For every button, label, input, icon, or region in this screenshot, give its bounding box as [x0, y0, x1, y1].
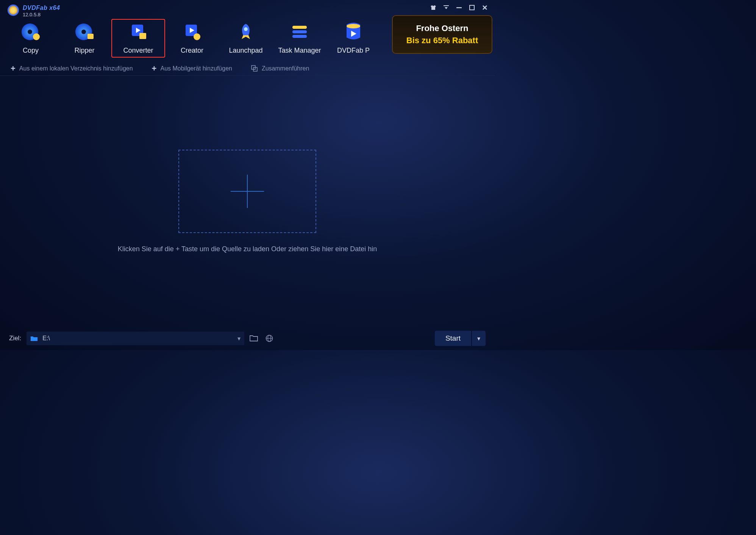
footer: Ziel: E:\ ▾ Start ▾ [0, 327, 495, 350]
close-icon[interactable] [482, 5, 488, 11]
maximize-icon[interactable] [469, 5, 475, 11]
browse-folder-button[interactable] [250, 335, 258, 342]
shirt-icon[interactable] [430, 5, 436, 11]
destination-path: E:\ [42, 335, 233, 342]
merge-label: Zusammenführen [262, 65, 309, 72]
dropzone-hint: Klicken Sie auf die + Taste um die Quell… [118, 245, 377, 253]
add-mobile-button[interactable]: + Aus Mobilgerät hinzufügen [152, 64, 232, 74]
start-label: Start [445, 334, 461, 343]
rocket-icon [236, 22, 256, 41]
promo-line2: Bis zu 65% Rabatt [406, 36, 478, 45]
disc-ripper-icon [74, 22, 95, 41]
promo-banner[interactable]: Frohe Ostern Bis zu 65% Rabatt [392, 15, 492, 54]
svg-point-7 [81, 30, 86, 34]
dropzone[interactable] [178, 150, 316, 233]
player-icon [343, 22, 364, 41]
add-mobile-label: Aus Mobilgerät hinzufügen [160, 65, 232, 72]
destination-select[interactable]: E:\ ▾ [27, 332, 244, 345]
tab-dvdfab-player-label: DVDFab P [337, 47, 370, 55]
chevron-down-icon: ▾ [237, 335, 241, 342]
tab-copy-label: Copy [23, 47, 39, 55]
plus-icon: + [11, 64, 16, 74]
app-version: 12.0.5.8 [23, 12, 60, 17]
tab-launchpad[interactable]: Launchpad [219, 19, 273, 58]
tab-launchpad-label: Launchpad [229, 47, 262, 55]
merge-button[interactable]: Zusammenführen [251, 65, 309, 72]
dropdown-menu-icon[interactable] [443, 5, 449, 11]
promo-line1: Frohe Ostern [416, 23, 468, 33]
app-title: DVDFab x64 [23, 5, 60, 11]
start-dropdown-button[interactable]: ▾ [472, 331, 486, 346]
start-button[interactable]: Start [435, 331, 471, 346]
tab-ripper[interactable]: Ripper [58, 19, 111, 58]
tab-creator-label: Creator [181, 47, 203, 55]
tab-task-manager-label: Task Manager [278, 47, 321, 55]
app-logo-icon [8, 5, 19, 16]
chevron-down-icon: ▾ [477, 335, 480, 342]
svg-point-17 [347, 24, 360, 28]
tab-ripper-label: Ripper [74, 47, 94, 55]
web-button[interactable] [266, 335, 273, 342]
svg-point-13 [244, 27, 248, 31]
svg-rect-16 [292, 35, 307, 38]
svg-rect-14 [292, 26, 307, 29]
minimize-icon[interactable] [456, 5, 462, 11]
add-local-label: Aus einem lokalen Verzeichnis hinzufügen [19, 65, 133, 72]
task-manager-icon [289, 22, 310, 41]
svg-point-12 [194, 33, 200, 40]
tab-converter[interactable]: Converter [111, 19, 165, 58]
plus-large-icon [228, 172, 266, 210]
svg-point-4 [28, 30, 32, 34]
add-local-button[interactable]: + Aus einem lokalen Verzeichnis hinzufüg… [11, 64, 133, 74]
svg-rect-2 [470, 5, 474, 10]
svg-rect-1 [456, 7, 462, 8]
svg-rect-0 [444, 5, 449, 6]
tab-converter-label: Converter [123, 47, 153, 55]
svg-rect-8 [87, 34, 94, 39]
app-arch: x64 [49, 5, 60, 11]
svg-rect-10 [139, 33, 146, 39]
svg-point-5 [33, 33, 40, 40]
content-area: Klicken Sie auf die + Taste um die Quell… [0, 76, 495, 327]
tab-dvdfab-player[interactable]: DVDFab P [326, 19, 380, 58]
tab-creator[interactable]: Creator [165, 19, 219, 58]
converter-icon [128, 22, 149, 41]
tab-copy[interactable]: Copy [4, 19, 58, 58]
tab-task-manager[interactable]: Task Manager [273, 19, 326, 58]
action-bar: + Aus einem lokalen Verzeichnis hinzufüg… [0, 61, 495, 76]
plus-icon: + [152, 64, 157, 74]
destination-label: Ziel: [9, 335, 21, 342]
svg-rect-15 [292, 30, 307, 33]
folder-icon [30, 335, 38, 341]
disc-copy-icon [20, 22, 41, 41]
creator-icon [182, 22, 203, 41]
app-brand: DVDFab [23, 5, 47, 11]
merge-icon [251, 65, 258, 72]
